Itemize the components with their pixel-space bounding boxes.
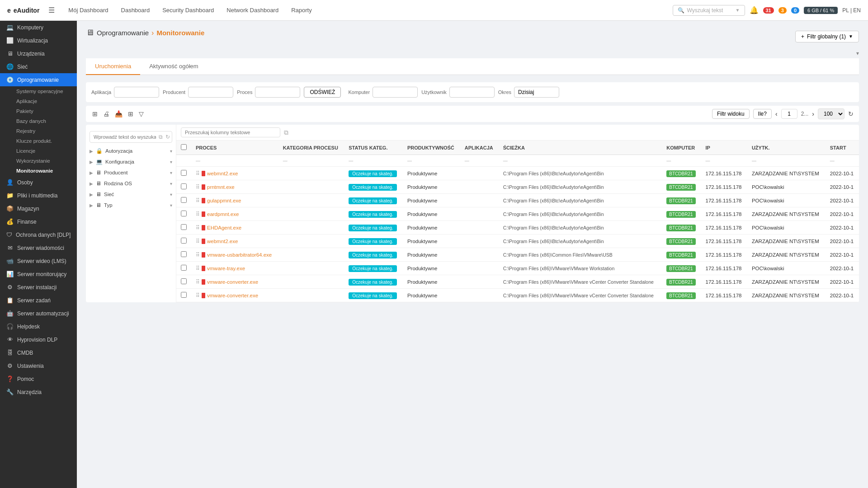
tree-item-typ[interactable]: ▶ 🖥 Typ ▾ — [86, 200, 176, 211]
sidebar-item-cmdb[interactable]: 🗄 CMDB — [0, 346, 77, 359]
uzytkownik-select[interactable] — [449, 87, 495, 98]
row-checkbox[interactable] — [181, 251, 187, 257]
sidebar-item-serwer-wiadomosci[interactable]: ✉ Serwer wiadomości — [0, 241, 77, 254]
row-grid-icon[interactable]: ⠿ — [196, 292, 200, 299]
row-checkbox[interactable] — [181, 211, 187, 216]
row-checkbox[interactable] — [181, 265, 187, 271]
sidebar-item-wirtualizacja[interactable]: ⬜ Wirtualizacja — [0, 34, 77, 47]
tree-expand-arrow-icon-6[interactable]: ▾ — [170, 203, 172, 208]
refresh-button[interactable]: ODŚWIEŻ — [304, 87, 341, 98]
nav-security-dashboard[interactable]: Security Dashboard — [156, 0, 220, 21]
page-number-input[interactable] — [781, 109, 797, 119]
tree-search-box[interactable]: ⧉ ↻ — [90, 131, 172, 143]
per-page-select[interactable]: 100 — [818, 108, 844, 119]
tree-item-autoryzacja[interactable]: ▶ 🔒 Autoryzacja ▾ — [86, 145, 176, 156]
tree-refresh-icon[interactable]: ↻ — [165, 134, 170, 140]
print-icon[interactable]: 🖨 — [102, 109, 110, 118]
row-grid-icon[interactable]: ⠿ — [196, 184, 200, 190]
column-search-input[interactable] — [181, 127, 280, 137]
tab-aktywnosc[interactable]: Aktywność ogółem — [140, 58, 207, 75]
column-search-icon[interactable]: ⧉ — [284, 129, 288, 136]
sidebar-item-dlp[interactable]: 🛡 Ochrona danych [DLP] — [0, 228, 77, 241]
row-process-link[interactable]: vmware-tray.exe — [207, 266, 245, 271]
row-process-link[interactable]: vmware-usbarbitrator64.exe — [207, 252, 272, 258]
sidebar-item-serwer-automatyzacji[interactable]: 🤖 Serwer automatyzacji — [0, 307, 77, 320]
hamburger-menu-icon[interactable]: ☰ — [48, 6, 55, 14]
page-prev-button[interactable]: ‹ — [775, 110, 778, 117]
tree-item-siec[interactable]: ▶ 🖥 Sieć ▾ — [86, 189, 176, 200]
sidebar-item-hyprovision[interactable]: 👁 Hyprovision DLP — [0, 333, 77, 346]
row-process-link[interactable]: vmware-converter.exe — [207, 279, 258, 285]
search-dropdown-arrow[interactable]: ▼ — [736, 8, 740, 13]
row-grid-icon[interactable]: ⠿ — [196, 252, 200, 258]
sidebar-sub-licencje[interactable]: Licencje — [0, 146, 77, 156]
sidebar-item-pliki[interactable]: 📁 Pliki i multimedia — [0, 189, 77, 202]
search-box[interactable]: 🔍 Wyszukaj tekst ▼ — [673, 5, 745, 16]
sidebar-item-helpdesk[interactable]: 🎧 Helpdesk — [0, 320, 77, 333]
row-process-link[interactable]: webmnt2.exe — [207, 171, 238, 176]
filter-view-button[interactable]: Filtr widoku — [712, 109, 750, 119]
grid-view-icon[interactable]: ⊞ — [127, 109, 134, 118]
filter-columns-icon[interactable]: ▽ — [138, 109, 145, 118]
sidebar-item-ustawienia[interactable]: ⚙ Ustawienia — [0, 359, 77, 372]
aplikacja-select[interactable] — [114, 87, 159, 98]
sidebar-sub-rejestry[interactable]: Rejestry — [0, 126, 77, 136]
tree-copy-icon[interactable]: ⧉ — [159, 134, 163, 140]
table-refresh-icon[interactable]: ↻ — [848, 110, 854, 117]
nav-raporty[interactable]: Raporty — [285, 0, 318, 21]
row-process-link[interactable]: eardpmnt.exe — [207, 211, 239, 217]
sidebar-sub-systemy[interactable]: Systemy operacyjne — [0, 86, 77, 96]
global-filter-button[interactable]: + Filtr globalny (1) ▼ — [795, 31, 859, 42]
tree-expand-arrow-icon-2[interactable]: ▾ — [170, 160, 172, 164]
tree-item-producent[interactable]: ▶ 🖥 Producent ▾ — [86, 167, 176, 178]
sidebar-sub-pakiety[interactable]: Pakiety — [0, 106, 77, 116]
row-checkbox[interactable] — [181, 170, 187, 176]
export-icon[interactable]: 📥 — [114, 109, 123, 118]
tree-expand-arrow-icon[interactable]: ▾ — [170, 149, 172, 154]
language-selector[interactable]: PL | EN — [842, 7, 861, 14]
ile-button[interactable]: Ile? — [753, 109, 772, 119]
tree-item-rodzina-os[interactable]: ▶ 🖥 Rodzina OS ▾ — [86, 178, 176, 189]
nav-dashboard[interactable]: Dashboard — [115, 0, 156, 21]
row-grid-icon[interactable]: ⠿ — [196, 238, 200, 244]
row-process-link[interactable]: EHDAgent.exe — [207, 225, 241, 230]
tree-expand-arrow-icon-4[interactable]: ▾ — [170, 181, 172, 186]
tree-expand-arrow-icon-3[interactable]: ▾ — [170, 170, 172, 175]
sidebar-item-urzadzenia[interactable]: 🖥 Urządzenia — [0, 47, 77, 60]
page-next-button[interactable]: › — [812, 110, 814, 117]
tree-item-konfiguracja[interactable]: ▶ 💻 Konfiguracja ▾ — [86, 156, 176, 167]
sidebar-item-narzedzia[interactable]: 🔧 Narzędzia — [0, 385, 77, 399]
sidebar-item-siec[interactable]: 🌐 Sieć — [0, 60, 77, 73]
row-checkbox[interactable] — [181, 238, 187, 244]
sidebar-item-serwer-instalacji[interactable]: ⚙ Serwer instalacji — [0, 281, 77, 294]
row-grid-icon[interactable]: ⠿ — [196, 225, 200, 231]
sidebar-item-komputery[interactable]: 💻 Komputery — [0, 21, 77, 34]
nav-my-dashboard[interactable]: Mój Dashboard — [62, 0, 114, 21]
proces-select[interactable] — [255, 87, 300, 98]
komputer-select[interactable] — [373, 87, 418, 98]
row-checkbox[interactable] — [181, 197, 187, 203]
row-process-link[interactable]: prntmnt.exe — [207, 184, 235, 190]
row-checkbox[interactable] — [181, 278, 187, 284]
sidebar-sub-wykorzystanie[interactable]: Wykorzystanie — [0, 156, 77, 166]
row-grid-icon[interactable]: ⠿ — [196, 265, 200, 272]
tab-uruchomienia[interactable]: Uruchomienia — [86, 58, 140, 75]
row-process-link[interactable]: vmware-converter.exe — [207, 293, 258, 298]
notification-bell-icon[interactable]: 🔔 — [750, 6, 759, 14]
sidebar-item-osoby[interactable]: 👤 Osoby — [0, 176, 77, 189]
row-grid-icon[interactable]: ⠿ — [196, 279, 200, 285]
nav-network-dashboard[interactable]: Network Dashboard — [220, 0, 285, 21]
sidebar-item-serwer-wideo[interactable]: 📹 Serwer wideo (LMS) — [0, 254, 77, 267]
select-all-checkbox[interactable] — [181, 144, 187, 150]
select-all-icon[interactable]: ⊞ — [91, 109, 99, 118]
okres-select[interactable]: Dzisiaj — [514, 87, 559, 98]
sidebar-item-oprogramowanie[interactable]: 💿 Oprogramowanie — [0, 73, 77, 86]
row-process-link[interactable]: gulappmnt.exe — [207, 198, 241, 203]
sidebar-item-pomoc[interactable]: ❓ Pomoc — [0, 372, 77, 385]
row-checkbox[interactable] — [181, 183, 187, 189]
tree-expand-arrow-icon-5[interactable]: ▾ — [170, 192, 172, 197]
sidebar-sub-aplikacje[interactable]: Aplikacje — [0, 96, 77, 106]
sidebar-item-magazyn[interactable]: 📦 Magazyn — [0, 202, 77, 215]
row-grid-icon[interactable]: ⠿ — [196, 211, 200, 217]
row-grid-icon[interactable]: ⠿ — [196, 170, 200, 177]
